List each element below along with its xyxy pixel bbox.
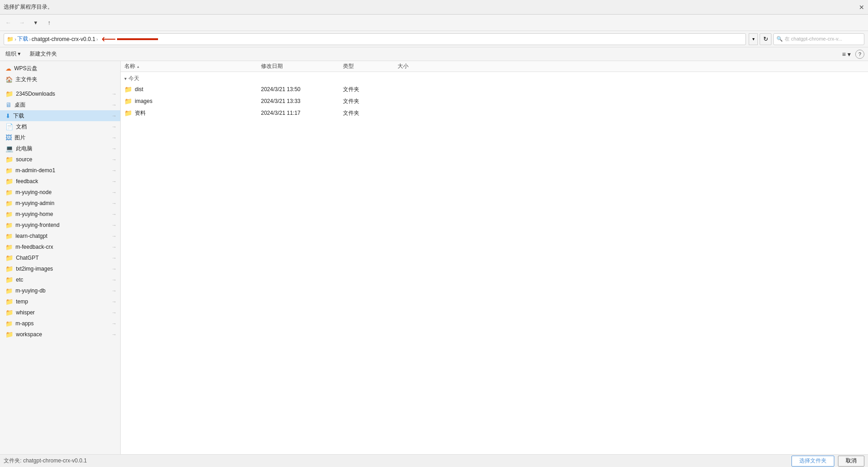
file-row-dist[interactable]: 📁 dist 2024/3/21 13:50 文件夹 xyxy=(121,83,868,95)
sidebar-item-m-yuying-frontend[interactable]: 📁 m-yuying-frontend → xyxy=(0,220,120,231)
sidebar-item-label: temp xyxy=(16,298,28,305)
folder-icon: 📄 xyxy=(5,123,13,130)
sidebar-item-label: learn-chatgpt xyxy=(15,233,47,239)
file-type: 文件夹 xyxy=(343,86,398,93)
file-type: 文件夹 xyxy=(343,109,398,117)
back-button[interactable]: ← xyxy=(2,16,15,29)
pin-icon: → xyxy=(112,91,117,97)
forward-button[interactable]: → xyxy=(15,16,28,29)
breadcrumb-downloads[interactable]: 下载 xyxy=(17,35,28,43)
sidebar-item-source[interactable]: 📁 source → xyxy=(0,154,120,165)
sidebar-item-txt2img-images[interactable]: 📁 txt2img-images → xyxy=(0,263,120,274)
pc-icon: 💻 xyxy=(5,145,13,152)
help-button[interactable]: ? xyxy=(855,50,864,59)
pin-icon: → xyxy=(112,113,117,118)
file-type: 文件夹 xyxy=(343,98,398,105)
date-group-today: ▾ 今天 xyxy=(121,72,868,83)
sidebar-item-m-yuying-home[interactable]: 📁 m-yuying-home → xyxy=(0,209,120,220)
pin-icon: → xyxy=(112,332,117,337)
sidebar-item-chatgpt[interactable]: 📁 ChatGPT → xyxy=(0,252,120,263)
new-folder-button[interactable]: 新建文件夹 xyxy=(28,49,59,59)
pin-icon: → xyxy=(112,255,117,261)
sidebar-item-label: 下载 xyxy=(13,112,24,120)
folder-icon-multi: 📁 xyxy=(5,211,13,218)
col-header-type[interactable]: 类型 xyxy=(343,62,398,70)
sidebar-item-label: etc xyxy=(16,277,23,283)
file-date: 2024/3/21 13:33 xyxy=(261,98,343,104)
pin-icon: → xyxy=(112,222,117,228)
sidebar-item-label: ChatGPT xyxy=(16,255,39,261)
folder-icon: 🖥 xyxy=(5,101,12,108)
col-header-name[interactable]: 名称 ▴ xyxy=(124,62,261,70)
col-header-date[interactable]: 修改日期 xyxy=(261,62,343,70)
sidebar-item-learn-chatgpt[interactable]: 📁 learn-chatgpt → xyxy=(0,231,120,241)
sidebar-item-workspace[interactable]: 📁 workspace → xyxy=(0,329,120,340)
pin-icon: → xyxy=(112,277,117,282)
sidebar-item-desktop[interactable]: 🖥 桌面 → xyxy=(0,99,120,110)
sidebar-item-label: 2345Downloads xyxy=(16,91,55,97)
sidebar-item-downloads[interactable]: ⬇ 下载 → xyxy=(0,110,120,121)
sidebar-item-temp[interactable]: 📁 temp → xyxy=(0,296,120,307)
close-button[interactable]: ✕ xyxy=(859,4,864,11)
folder-icon: 📁 xyxy=(5,331,13,338)
pin-icon: → xyxy=(112,299,117,304)
search-box[interactable]: 🔍 在 chatgpt-chrome-crx-v... xyxy=(773,33,864,45)
folder-icon-multi: 📁 xyxy=(5,167,13,174)
refresh-button[interactable]: ↻ xyxy=(760,33,771,45)
folder-icon-multi: 📁 xyxy=(5,222,13,229)
pin-icon: → xyxy=(112,146,117,151)
col-header-size[interactable]: 大小 xyxy=(398,62,443,70)
pin-icon: → xyxy=(112,102,117,108)
nav-toolbar: ← → ▾ ↑ xyxy=(0,15,868,31)
pin-icon: → xyxy=(112,200,117,206)
red-arrow-indicator: ⟵ xyxy=(102,34,116,44)
group-chevron[interactable]: ▾ xyxy=(124,76,127,81)
folder-icon: 📁 xyxy=(5,90,13,98)
sidebar-item-m-apps[interactable]: 📁 m-apps → xyxy=(0,318,120,329)
sidebar-item-m-yuying-node[interactable]: 📁 m-yuying-node → xyxy=(0,187,120,198)
breadcrumb-dropdown-button[interactable]: ▾ xyxy=(749,33,758,45)
file-row-data[interactable]: 📁 资料 2024/3/21 11:17 文件夹 xyxy=(121,107,868,119)
sidebar-item-whisper[interactable]: 📁 whisper → xyxy=(0,307,120,318)
sidebar-item-docs[interactable]: 📄 文档 → xyxy=(0,121,120,132)
status-bar: 文件夹: chatgpt-chrome-crx-v0.0.1 选择文件夹 取消 xyxy=(0,454,868,467)
view-options-button[interactable]: ≡ ▾ xyxy=(840,50,853,59)
pin-icon: → xyxy=(112,190,117,195)
folder-icon: 📁 xyxy=(5,276,13,283)
sidebar-item-label: 桌面 xyxy=(15,101,26,109)
up-button[interactable]: ↑ xyxy=(43,16,56,29)
sidebar-item-pc[interactable]: 💻 此电脑 → xyxy=(0,143,120,154)
dropdown-history-button[interactable]: ▾ xyxy=(29,16,42,29)
breadcrumb-home[interactable]: 📁 xyxy=(7,36,14,42)
sidebar-item-m-yuying-admin[interactable]: 📁 m-yuying-admin → xyxy=(0,198,120,209)
sidebar-item-label: WPS云盘 xyxy=(14,65,37,72)
sidebar-item-label: feedback xyxy=(16,178,38,185)
breadcrumb-area[interactable]: 📁 › 下载 › chatgpt-chrome-crx-v0.0.1 › ⟵ xyxy=(4,33,746,45)
sidebar-item-label: m-yuying-node xyxy=(15,189,51,195)
sidebar-item-m-admin-demo1[interactable]: 📁 m-admin-demo1 → xyxy=(0,165,120,176)
file-list-header: 名称 ▴ 修改日期 类型 大小 xyxy=(121,61,868,72)
file-row-images[interactable]: 📁 images 2024/3/21 13:33 文件夹 xyxy=(121,95,868,107)
sidebar-item-label: m-feedback-crx xyxy=(15,244,53,250)
sidebar-item-etc[interactable]: 📁 etc → xyxy=(0,274,120,285)
sidebar-item-home[interactable]: 🏠 主文件夹 xyxy=(0,74,120,85)
sidebar-item-m-yuying-db[interactable]: 📁 m-yuying-db → xyxy=(0,285,120,296)
file-name: 资料 xyxy=(135,109,146,117)
sidebar-item-2345downloads[interactable]: 📁 2345Downloads → xyxy=(0,88,120,99)
organize-button[interactable]: 组织 ▾ xyxy=(4,49,22,59)
download-icon: ⬇ xyxy=(5,113,10,119)
sidebar-item-wps[interactable]: ☁ WPS云盘 xyxy=(0,63,120,74)
pin-icon: → xyxy=(112,211,117,217)
folder-icon: 📁 xyxy=(5,265,13,272)
sidebar-item-pics[interactable]: 🖼 图片 → xyxy=(0,132,120,143)
folder-icon-multi: 📁 xyxy=(5,244,13,251)
sidebar-item-feedback[interactable]: 📁 feedback → xyxy=(0,176,120,187)
pin-icon: → xyxy=(112,233,117,239)
cancel-button[interactable]: 取消 xyxy=(838,456,864,467)
pin-icon: → xyxy=(112,310,117,315)
content-area: 名称 ▴ 修改日期 类型 大小 ▾ 今天 📁 dist 2024/3/21 13… xyxy=(121,61,868,454)
select-folder-button[interactable]: 选择文件夹 xyxy=(791,456,834,467)
sidebar-item-label: m-admin-demo1 xyxy=(15,167,55,174)
folder-icon: 📁 xyxy=(5,254,13,262)
sidebar-item-m-feedback-crx[interactable]: 📁 m-feedback-crx → xyxy=(0,241,120,252)
